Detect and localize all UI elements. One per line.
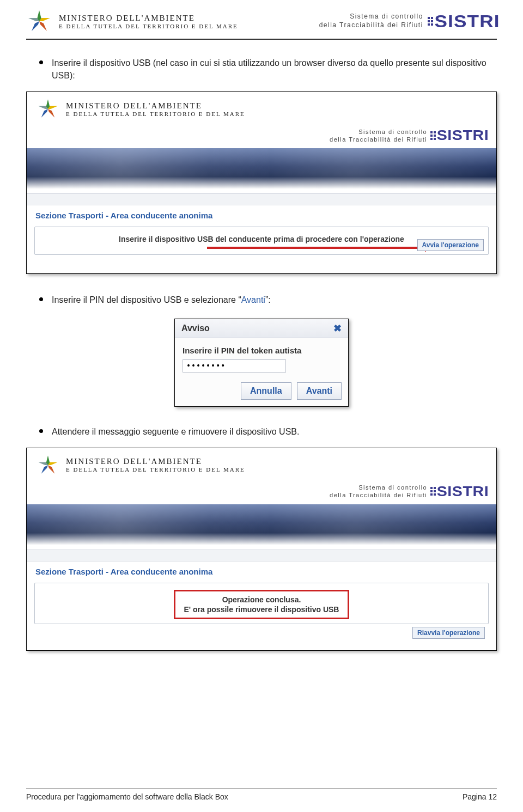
sistri-tagline: Sistema di controllo della Tracciabilità… xyxy=(330,484,427,499)
header-left: MINISTERO DELL'AMBIENTE E DELLA TUTELA D… xyxy=(26,8,238,34)
red-arrow-icon xyxy=(207,247,428,249)
ministry-title: MINISTERO DELL'AMBIENTE E DELLA TUTELA D… xyxy=(66,101,245,117)
bullet-icon xyxy=(39,429,43,433)
ministry-star-icon xyxy=(26,8,52,34)
bullet-2-text: Inserire il PIN del dispositivo USB e se… xyxy=(52,294,271,306)
grey-band xyxy=(27,193,496,205)
section-title: Sezione Trasporti - Area conducente anon… xyxy=(27,205,496,224)
cancel-button[interactable]: Annulla xyxy=(241,382,291,400)
section-title: Sezione Trasporti - Area conducente anon… xyxy=(27,561,496,581)
ministry-title: MINISTERO DELL'AMBIENTE E DELLA TUTELA D… xyxy=(59,14,238,29)
ministry-line2: E DELLA TUTELA DEL TERRITORIO E DEL MARE xyxy=(59,23,238,29)
ministry-star-icon xyxy=(37,454,59,477)
page-footer: Procedura per l'aggiornamento del softwa… xyxy=(26,789,497,801)
screenshot-operation-done: MINISTERO DELL'AMBIENTE E DELLA TUTELA D… xyxy=(26,448,497,651)
sistri-tagline: Sistema di controllo della Tracciabilità… xyxy=(319,13,423,29)
document-body: Inserire il dispositivo USB (nel caso in… xyxy=(26,40,497,651)
footer-page: Pagina 12 xyxy=(463,792,497,801)
dialog-titlebar: Avviso ✖ xyxy=(175,319,348,338)
footer-title: Procedura per l'aggiornamento del softwa… xyxy=(26,792,228,801)
header-right: Sistema di controllo della Tracciabilità… xyxy=(319,11,497,32)
dots-icon xyxy=(430,487,436,496)
pin-input[interactable] xyxy=(183,359,286,373)
dots-icon xyxy=(428,17,433,26)
wave-banner xyxy=(27,504,496,545)
grey-band xyxy=(27,550,496,561)
wave-banner xyxy=(27,148,496,189)
sistri-line2: della Tracciabilità dei Rifiuti xyxy=(319,21,423,30)
ministry-line1: MINISTERO DELL'AMBIENTE xyxy=(59,14,238,23)
restart-operation-button[interactable]: Riavvia l'operazione xyxy=(412,627,485,639)
ministry-title: MINISTERO DELL'AMBIENTE E DELLA TUTELA D… xyxy=(66,457,245,473)
done-line1: Operazione conclusa. xyxy=(184,595,339,605)
done-line2: E' ora possile rimuovere il dispositivo … xyxy=(184,605,339,614)
sistri-line1: Sistema di controllo xyxy=(319,13,423,21)
bullet-icon xyxy=(39,60,43,64)
dots-icon xyxy=(430,131,436,140)
screenshot-insert-usb: MINISTERO DELL'AMBIENTE E DELLA TUTELA D… xyxy=(26,91,497,274)
start-operation-button[interactable]: Avvia l'operazione xyxy=(417,239,484,251)
sistri-logo: SISTRI xyxy=(437,483,489,500)
pin-label: Inserire il PIN del token autista xyxy=(183,346,340,355)
bullet-1-text: Inserire il dispositivo USB (nel caso in… xyxy=(52,57,497,82)
page-header: MINISTERO DELL'AMBIENTE E DELLA TUTELA D… xyxy=(26,0,497,40)
ministry-star-icon xyxy=(37,97,59,120)
dialog-title: Avviso xyxy=(181,323,210,333)
close-icon[interactable]: ✖ xyxy=(333,322,342,334)
sistri-logo: SISTRI xyxy=(434,11,500,32)
next-button[interactable]: Avanti xyxy=(297,382,342,400)
done-panel: Operazione conclusa. E' ora possile rimu… xyxy=(34,583,489,624)
bullet-3-text: Attendere il messaggio seguente e rimuov… xyxy=(52,425,299,438)
bullet-3: Attendere il messaggio seguente e rimuov… xyxy=(26,422,497,448)
bullet-1: Inserire il dispositivo USB (nel caso in… xyxy=(26,53,497,91)
bullet-2: Inserire il PIN del dispositivo USB e se… xyxy=(26,290,497,316)
pin-dialog: Avviso ✖ Inserire il PIN del token autis… xyxy=(174,319,349,407)
usb-insert-panel: Inserire il dispositivo USB del conducen… xyxy=(34,227,489,255)
bullet-icon xyxy=(39,297,43,301)
sistri-logo: SISTRI xyxy=(437,127,489,144)
sistri-tagline: Sistema di controllo della Tracciabilità… xyxy=(330,128,427,144)
done-message-box: Operazione conclusa. E' ora possile rimu… xyxy=(174,590,350,619)
